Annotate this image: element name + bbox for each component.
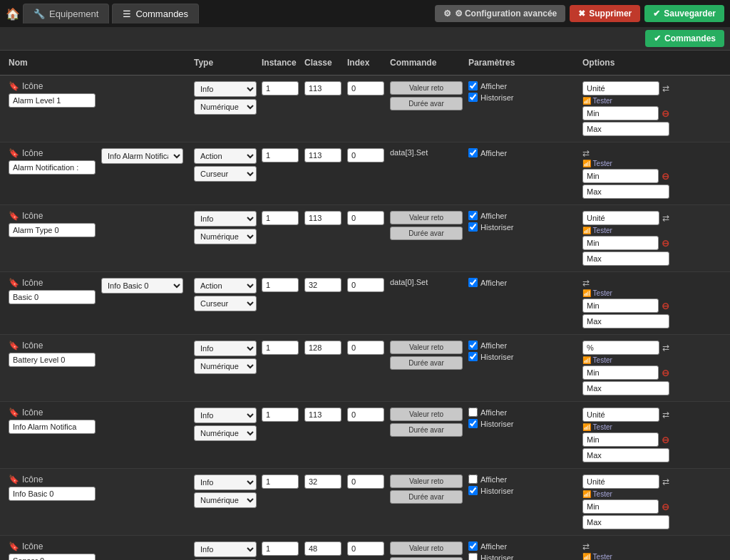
row4-nom-input[interactable] <box>9 290 96 304</box>
row8-historiser-check[interactable] <box>468 553 478 560</box>
row8-instance-input[interactable] <box>262 541 299 556</box>
row1-cmd2-button[interactable]: Durée avar <box>390 97 463 110</box>
row1-instance-input[interactable] <box>262 81 299 95</box>
row3-type1-select[interactable]: InfoAction <box>194 211 257 227</box>
row4-minus-icon[interactable]: ⊖ <box>662 301 669 311</box>
row4-nom2-select[interactable]: Info Basic 0 <box>101 278 183 294</box>
row8-nom-input[interactable] <box>9 554 96 560</box>
row7-type1-select[interactable]: InfoAction <box>194 475 257 490</box>
row4-afficher-label[interactable]: Afficher <box>468 278 577 287</box>
row6-tester-link[interactable]: 📶 Tester <box>582 423 612 431</box>
row5-tester-link[interactable]: 📶 Tester <box>582 356 612 364</box>
row2-index-input[interactable] <box>347 148 384 162</box>
row7-unite-input[interactable] <box>582 475 659 489</box>
row7-cmd1-button[interactable]: Valeur reto <box>390 475 463 488</box>
row6-index-input[interactable] <box>347 408 384 422</box>
commandes-add-button[interactable]: ✔ Commandes <box>645 30 724 47</box>
row8-share-icon[interactable]: ⇄ <box>582 541 590 551</box>
row6-historiser-check[interactable] <box>468 419 478 428</box>
row7-afficher-label[interactable]: Afficher <box>468 475 577 484</box>
row7-classe-input[interactable] <box>304 475 341 489</box>
row7-afficher-check[interactable] <box>468 475 478 484</box>
row1-historiser-label[interactable]: Historiser <box>468 93 577 102</box>
row6-max-input[interactable] <box>582 448 669 462</box>
row3-share-icon[interactable]: ⇄ <box>662 213 669 223</box>
row2-share-icon[interactable]: ⇄ <box>582 148 590 158</box>
row6-unite-input[interactable] <box>582 408 659 422</box>
tab-commandes[interactable]: ☰ Commandes <box>112 4 199 24</box>
row5-type2-select[interactable]: NumériqueBinaire <box>194 358 257 374</box>
row3-min-input[interactable] <box>582 236 659 250</box>
row3-index-input[interactable] <box>347 211 384 225</box>
row4-type2-select[interactable]: CurseurNumérique <box>194 296 257 311</box>
row3-max-input[interactable] <box>582 252 669 266</box>
row5-min-input[interactable] <box>582 365 659 380</box>
row8-cmd2-button[interactable]: Durée avar <box>390 557 463 560</box>
row3-afficher-label[interactable]: Afficher <box>468 211 577 220</box>
sauvegarder-button[interactable]: ✔ Sauvegarder <box>644 5 724 22</box>
row2-minus-icon[interactable]: ⊖ <box>662 171 669 182</box>
row4-share-icon[interactable]: ⇄ <box>582 278 590 288</box>
row1-max-input[interactable] <box>582 122 669 136</box>
row2-tester-link[interactable]: 📶 Tester <box>582 160 612 167</box>
row6-afficher-label[interactable]: Afficher <box>468 408 577 417</box>
row3-instance-input[interactable] <box>262 211 299 225</box>
row4-instance-input[interactable] <box>262 278 299 292</box>
row1-share-icon[interactable]: ⇄ <box>662 83 669 93</box>
row1-index-input[interactable] <box>347 81 384 95</box>
row8-index-input[interactable] <box>347 541 384 556</box>
row5-instance-input[interactable] <box>262 341 299 355</box>
row1-tester-link[interactable]: 📶 Tester <box>582 97 612 105</box>
row4-index-input[interactable] <box>347 278 384 292</box>
config-avancee-button[interactable]: ⚙ ⚙ Configuration avancée <box>435 5 566 22</box>
row1-min-input[interactable] <box>582 106 659 120</box>
row5-nom-input[interactable] <box>9 353 96 367</box>
row5-afficher-check[interactable] <box>468 341 478 350</box>
row2-afficher-label[interactable]: Afficher <box>468 148 577 157</box>
row4-tester-link[interactable]: 📶 Tester <box>582 289 612 297</box>
row8-cmd1-button[interactable]: Valeur reto <box>390 541 463 555</box>
row1-classe-input[interactable] <box>304 81 341 95</box>
row1-afficher-label[interactable]: Afficher <box>468 81 577 90</box>
row6-min-input[interactable] <box>582 432 659 447</box>
row2-classe-input[interactable] <box>304 148 341 162</box>
row2-afficher-check[interactable] <box>468 148 478 157</box>
row7-min-input[interactable] <box>582 499 659 514</box>
row3-historiser-label[interactable]: Historiser <box>468 222 577 232</box>
home-icon[interactable]: 🏠 <box>6 7 20 21</box>
row2-instance-input[interactable] <box>262 148 299 162</box>
row7-tester-link[interactable]: 📶 Tester <box>582 490 612 498</box>
row2-type1-select[interactable]: ActionInfo <box>194 148 257 164</box>
row5-classe-input[interactable] <box>304 341 341 355</box>
row7-index-input[interactable] <box>347 475 384 489</box>
row8-historiser-label[interactable]: Historiser <box>468 553 577 560</box>
row6-classe-input[interactable] <box>304 408 341 422</box>
row6-afficher-check[interactable] <box>468 408 478 417</box>
row1-unite-input[interactable] <box>582 81 659 95</box>
row6-nom-input[interactable] <box>9 420 96 434</box>
row2-nom-input[interactable] <box>9 160 96 175</box>
row5-max-input[interactable] <box>582 381 669 395</box>
row3-afficher-check[interactable] <box>468 211 478 220</box>
row5-index-input[interactable] <box>347 341 384 355</box>
row1-nom-input[interactable] <box>9 93 96 108</box>
row8-afficher-label[interactable]: Afficher <box>468 541 577 551</box>
row6-minus-icon[interactable]: ⊖ <box>662 435 669 445</box>
row7-max-input[interactable] <box>582 515 669 529</box>
row5-cmd2-button[interactable]: Durée avar <box>390 356 463 370</box>
row6-cmd1-button[interactable]: Valeur reto <box>390 408 463 421</box>
row3-tester-link[interactable]: 📶 Tester <box>582 227 612 234</box>
row6-type1-select[interactable]: InfoAction <box>194 408 257 423</box>
row3-nom-input[interactable] <box>9 223 96 237</box>
row7-type2-select[interactable]: NumériqueBinaire <box>194 492 257 508</box>
row7-historiser-label[interactable]: Historiser <box>468 486 577 495</box>
row7-nom-input[interactable] <box>9 487 96 501</box>
row8-tester-link[interactable]: 📶 Tester <box>582 553 612 560</box>
row1-cmd1-button[interactable]: Valeur reto <box>390 81 463 95</box>
row3-type2-select[interactable]: NumériqueBinaire <box>194 229 257 244</box>
row2-max-input[interactable] <box>582 185 669 199</box>
row3-cmd2-button[interactable]: Durée avar <box>390 227 463 240</box>
row1-type1-select[interactable]: InfoAction <box>194 81 257 97</box>
row5-type1-select[interactable]: InfoAction <box>194 341 257 356</box>
row4-classe-input[interactable] <box>304 278 341 292</box>
